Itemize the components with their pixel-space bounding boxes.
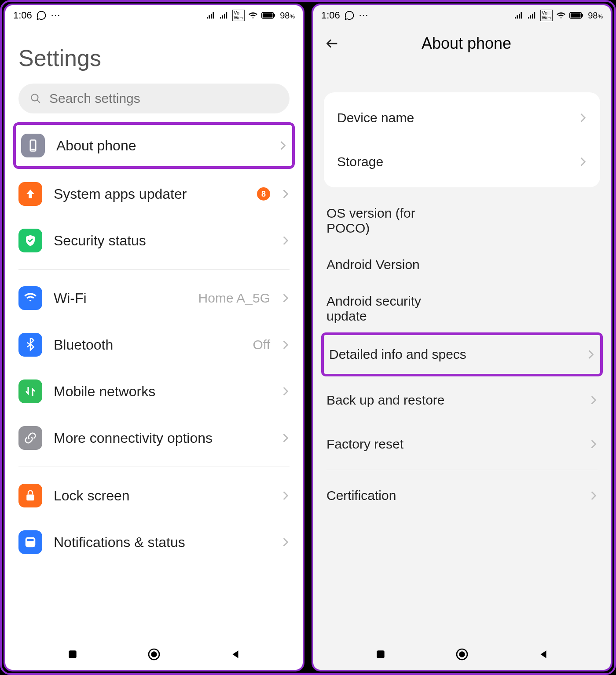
row-label: OS version (for POCO) [326, 206, 441, 236]
section-divider [18, 269, 290, 270]
lock-icon [18, 484, 42, 507]
svg-point-3 [31, 94, 38, 101]
row-label: Device name [337, 110, 570, 125]
wifi-icon [18, 286, 42, 310]
chevron-right-icon [579, 157, 587, 167]
notif-icon [18, 530, 42, 554]
wifi-icon [248, 11, 258, 19]
chevron-right-icon [282, 293, 290, 303]
chevron-right-icon [579, 113, 587, 123]
row-device-name[interactable]: Device name [324, 96, 600, 140]
svg-rect-8 [26, 537, 36, 547]
recent-button[interactable] [64, 646, 81, 663]
settings-item-up[interactable]: System apps updater8 [5, 171, 303, 217]
nav-bar [313, 639, 611, 670]
settings-item-bt[interactable]: BluetoothOff [5, 321, 303, 368]
row-label: Android security update [326, 294, 441, 324]
row-android-security-update[interactable]: Android security update [313, 287, 611, 331]
settings-item-notif[interactable]: Notifications & status [5, 519, 303, 566]
item-value: Home A_5G [198, 291, 270, 306]
up-icon [18, 182, 42, 206]
chevron-right-icon [590, 439, 598, 449]
chevron-right-icon [282, 236, 290, 245]
settings-item-wifi[interactable]: Wi-FiHome A_5G [5, 275, 303, 321]
more-dots-icon: ⋯ [51, 10, 60, 21]
chevron-right-icon [282, 189, 290, 199]
row-detailed-info-and-specs[interactable]: Detailed info and specs [321, 332, 603, 376]
row-factory-reset[interactable]: Factory reset [313, 422, 611, 466]
svg-point-18 [459, 651, 465, 657]
item-label: System apps updater [54, 186, 246, 202]
row-back-up-and-restore[interactable]: Back up and restore [313, 378, 611, 422]
page-title: Settings [5, 26, 303, 84]
chevron-right-icon [590, 491, 598, 500]
item-value: Off [253, 337, 270, 352]
search-input[interactable] [48, 91, 278, 106]
item-label: Notifications & status [54, 534, 270, 551]
battery-icon [261, 11, 276, 19]
item-label: Bluetooth [54, 337, 242, 353]
battery-icon [569, 11, 584, 19]
settings-screen: 1:06 ⋯ VoWiFi 98% Settings About phoneSy… [4, 4, 304, 671]
signal-icon [514, 11, 524, 19]
badge: 8 [257, 187, 270, 201]
settings-item-link[interactable]: More connectivity options [5, 415, 303, 461]
status-time: 1:06 [13, 10, 32, 21]
item-label: More connectivity options [54, 430, 270, 446]
nav-bar [5, 639, 303, 670]
chevron-right-icon [587, 350, 595, 359]
row-certification[interactable]: Certification [313, 474, 611, 518]
section-divider [326, 470, 598, 470]
back-icon[interactable] [325, 36, 340, 51]
recent-button[interactable] [372, 646, 389, 663]
chevron-right-icon [282, 387, 290, 396]
more-dots-icon: ⋯ [359, 10, 368, 21]
status-bar: 1:06 ⋯ VoWiFi 98% [5, 5, 303, 26]
home-button[interactable] [145, 646, 163, 663]
back-button[interactable] [535, 646, 552, 663]
back-button[interactable] [227, 646, 244, 663]
about-phone-screen: 1:06 ⋯ VoWiFi 98% About phone Device nam… [312, 4, 612, 671]
shield-icon [18, 229, 42, 252]
svg-rect-15 [582, 14, 583, 17]
whatsapp-icon [37, 11, 46, 20]
row-label: Factory reset [326, 437, 581, 452]
signal-icon [527, 11, 537, 19]
row-label: Certification [326, 488, 581, 503]
settings-item-shield[interactable]: Security status [5, 217, 303, 264]
page-title: About phone [356, 34, 577, 53]
chevron-right-icon [279, 141, 287, 150]
status-time: 1:06 [321, 10, 340, 21]
status-bar: 1:06 ⋯ VoWiFi 98% [313, 5, 611, 26]
chevron-right-icon [590, 395, 598, 405]
swap-icon [18, 379, 42, 403]
home-button[interactable] [453, 646, 471, 663]
search-icon [30, 93, 41, 104]
settings-item-lock[interactable]: Lock screen [5, 472, 303, 519]
svg-rect-9 [27, 539, 34, 541]
row-storage[interactable]: Storage [324, 140, 600, 184]
chevron-right-icon [282, 491, 290, 500]
device-card: Device nameStorage [324, 92, 600, 187]
svg-rect-2 [274, 14, 275, 17]
row-os-version-for-poco-[interactable]: OS version (for POCO) [313, 199, 611, 243]
row-label: Android Version [326, 257, 441, 272]
settings-item-phone[interactable]: About phone [13, 122, 295, 169]
signal-icon [206, 11, 216, 19]
battery-pct: 98 [588, 11, 598, 20]
svg-point-12 [151, 651, 157, 657]
search-bar[interactable] [18, 84, 290, 113]
battery-pct: 98 [280, 11, 290, 20]
svg-rect-7 [26, 495, 34, 501]
wifi-icon [556, 11, 566, 19]
item-label: Mobile networks [54, 383, 270, 400]
vowifi-icon: VoWiFi [232, 10, 245, 21]
svg-line-4 [37, 100, 40, 103]
row-label: Storage [337, 154, 570, 169]
row-label: Back up and restore [326, 393, 581, 408]
settings-item-swap[interactable]: Mobile networks [5, 368, 303, 415]
row-android-version[interactable]: Android Version [313, 243, 611, 287]
item-label: Wi-Fi [54, 290, 187, 306]
svg-rect-16 [377, 650, 384, 658]
chevron-right-icon [282, 537, 290, 547]
